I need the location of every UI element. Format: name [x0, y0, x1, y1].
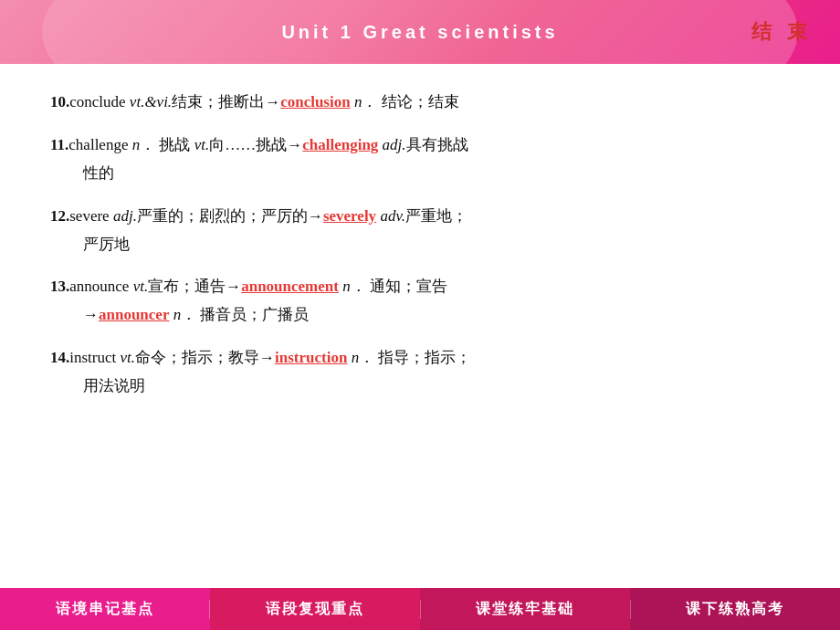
item10-number: 10.	[50, 93, 69, 110]
item14-pos2: n．	[352, 349, 375, 366]
item11-meaning-vt: 向……挑战→	[209, 136, 302, 153]
item13-meaning3: 播音员；广播员	[196, 306, 309, 323]
footer-item-1[interactable]: 语境串记基点	[0, 600, 210, 619]
item11-meaning-n: 挑战	[155, 136, 194, 153]
item11-derived: challenging	[302, 136, 378, 153]
item13-number: 13.	[50, 278, 69, 295]
item14-continuation: 用法说明	[50, 373, 790, 400]
item10-pos2: n．	[354, 93, 378, 110]
item13-meaning1: 宣布；通告→	[148, 278, 241, 295]
item12-pos2: adv.	[380, 207, 405, 225]
item10-meaning2: 结论；结束	[377, 93, 458, 110]
item13-derived2: announcer	[99, 306, 169, 323]
footer-item-2[interactable]: 语段复现重点	[210, 600, 420, 619]
item10-meaning1: 结束；推断出→	[172, 93, 280, 110]
vocab-item-14: 14.instruct vt.命令；指示；教导→instruction n． 指…	[50, 345, 790, 400]
item11-meaning2: 具有挑战	[406, 136, 468, 153]
item12-meaning1: 严重的；剧烈的；严厉的→	[137, 207, 323, 225]
item10-pos1: vt.&vi.	[130, 93, 172, 110]
item12-continuation: 严厉地	[50, 232, 790, 258]
item12-word: severe	[69, 207, 113, 225]
item13-word: announce	[69, 278, 132, 295]
item14-number: 14.	[50, 349, 69, 366]
footer-item-4[interactable]: 课下练熟高考	[631, 600, 840, 619]
item13-meaning2: 通知；宣告	[366, 278, 447, 295]
main-content: 10.conclude vt.&vi.结束；推断出→conclusion n． …	[0, 64, 840, 425]
vocab-item-13: 13.announce vt.宣布；通告→announcement n． 通知；…	[50, 274, 790, 329]
item13-derived1: announcement	[241, 278, 339, 295]
vocab-item-11: 11.challenge n． 挑战 vt.向……挑战→challenging …	[50, 132, 790, 187]
vocab-item-12: 12.severe adj.严重的；剧烈的；严厉的→severely adv.严…	[50, 204, 790, 258]
item14-pos1: vt.	[121, 349, 136, 366]
item13-pos1: vt.	[133, 278, 149, 295]
item12-meaning2: 严重地；	[405, 207, 467, 225]
footer: 语境串记基点 语段复现重点 课堂练牢基础 课下练熟高考	[0, 588, 840, 630]
item14-word: instruct	[69, 349, 120, 366]
item14-derived: instruction	[275, 349, 347, 366]
item10-derived: conclusion	[280, 93, 351, 110]
vocab-item-10: 10.conclude vt.&vi.结束；推断出→conclusion n． …	[50, 89, 790, 116]
item13-continuation: →announcer n． 播音员；广播员	[50, 302, 790, 329]
item12-pos1: adj.	[113, 207, 137, 225]
item12-derived: severely	[323, 207, 376, 225]
header: Unit 1 Great scientists 结 束	[0, 0, 840, 64]
item11-pos-vt: vt.	[194, 136, 210, 153]
item11-word: challenge	[68, 136, 131, 153]
item11-pos2: adj.	[383, 136, 406, 153]
item11-number: 11.	[50, 136, 68, 153]
item11-continuation: 性的	[50, 161, 790, 187]
item13-pos3: n．	[173, 306, 197, 323]
item11-pos-n: n．	[132, 136, 156, 153]
header-title: Unit 1 Great scientists	[281, 22, 558, 43]
item12-number: 12.	[50, 207, 69, 225]
end-button[interactable]: 结 束	[751, 18, 814, 46]
item10-word: conclude	[69, 93, 130, 110]
item14-meaning1: 命令；指示；教导→	[135, 349, 275, 366]
item14-meaning2: 指导；指示；	[374, 349, 471, 366]
item13-pos2: n．	[342, 278, 366, 295]
footer-item-3[interactable]: 课堂练牢基础	[421, 600, 631, 619]
